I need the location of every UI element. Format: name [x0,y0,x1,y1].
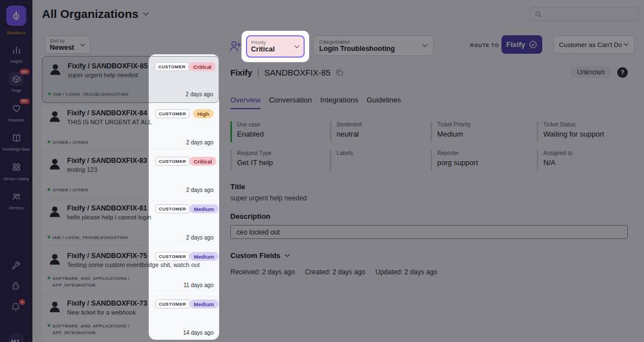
priority-badge: Medium [190,299,219,308]
directory-icon [9,190,23,203]
chevron-down-icon [294,45,300,49]
user-avatar[interactable]: MJ [8,332,25,342]
ticket-card[interactable]: Fixify / SANDBOXFIX-84 THIS IS NOT URGEN… [42,104,219,151]
route-to-label: ROUTE TO [470,43,499,48]
chevron-down-icon [422,44,428,48]
app-screen: Sandbox Insights 99+ Triage 99+ [0,0,644,342]
sidebar-item-insights[interactable]: Insights [0,43,32,64]
ticket-title: Fixify / SANDBOXFIX-81 [67,204,151,212]
category-status-dot [48,140,50,143]
ticket-card[interactable]: Fixify / SANDBOXFIX-81 hello please help… [42,199,219,246]
field-label: Sentiment [337,121,430,128]
detail-ticket-id: SANDBOXFIX-85 [264,68,330,77]
ticket-subtitle: super urgent help needed [68,72,148,78]
assign-person-add-icon[interactable] [228,39,242,53]
priority-dropdown[interactable]: Priority Critical [246,35,305,58]
source-badge: CUSTOMER [155,62,189,71]
sidebar: Sandbox Insights 99+ Triage 99+ [0,0,32,342]
requester-avatar-icon [48,157,62,171]
ticket-title: Fixify / SANDBOXFIX-83 [67,157,147,165]
app-logo[interactable] [6,6,26,26]
field-label: Reporter [437,150,537,156]
detail-field: Sentiment neutral [330,121,430,142]
ticket-category: IAM / LOGIN_TROUBLESHOOTING [48,91,150,98]
help-icon[interactable]: ? [617,67,628,78]
ticket-category: IAM / LOGIN_TROUBLESHOOTING [48,235,151,241]
ticket-category: OTHER / OTHER [48,187,151,194]
sidebar-item-directory[interactable]: Directory [0,190,32,210]
ticket-card[interactable]: Fixify / SANDBOXFIX-73 New ticket for a … [42,294,219,341]
requests-icon: 99+ [9,102,23,115]
ticket-card[interactable]: Fixify / SANDBOXFIX-75 Testing some cust… [42,246,219,293]
sidebar-item-service-catalog[interactable]: Service Catalog [0,161,32,181]
meta-received: Received: 2 days ago [230,268,295,276]
copy-icon[interactable] [335,68,344,77]
ticket-timestamp: 11 days ago [183,282,214,289]
source-badge: CUSTOMER [155,204,190,213]
sort-dropdown[interactable]: Sort by Newest [45,36,91,54]
tab-overview[interactable]: Overview [230,96,261,109]
ticket-card[interactable]: Fixify / SANDBOXFIX-85 super urgent help… [42,56,219,103]
sidebar-item-requests[interactable]: 99+ Requests [0,102,32,123]
priority-badge: Medium [190,252,219,261]
detail-field: Use case Enabled [230,121,330,142]
detail-field: Request Type Get IT help [230,150,330,171]
detail-field: Ticket Priority Medium [430,121,537,142]
title-section: Title super urgent help needed [230,182,628,202]
tab-guidelines[interactable]: Guidelines [367,96,401,109]
detail-field: Labels [330,150,430,171]
categorization-dropdown[interactable]: Categorization Login Troubleshooting [313,35,434,56]
field-label: Ticket Priority [437,121,537,128]
source-badge: CUSTOMER [155,252,190,261]
search-bar[interactable] [529,7,639,21]
field-value: Enabled [237,130,330,138]
detail-tabs: Overview Conversation Integrations Guide… [230,96,628,109]
category-status-dot [48,92,51,95]
field-value: Waiting for support [543,130,628,138]
ticket-title: Fixify / SANDBOXFIX-84 [67,109,151,117]
notifications-bell-icon[interactable]: 4 [11,302,22,313]
tools-icon[interactable] [11,260,22,271]
customer-action-dropdown[interactable]: Customer as Can't Do [553,35,634,54]
field-value: N/A [543,158,628,167]
page-title: All Organizations [42,7,139,21]
org-switcher-chevron-icon [143,12,149,16]
ticket-timestamp: 2 days ago [186,186,214,194]
description-label: Description [230,212,628,221]
source-badge: CUSTOMER [155,109,190,118]
description-field[interactable]: ceo locked out [230,225,628,239]
org-switcher[interactable]: All Organizations [42,7,149,21]
sidebar-nav: Insights 99+ Triage 99+ Requests [0,43,32,211]
tab-conversation[interactable]: Conversation [269,96,312,109]
source-badge: CUSTOMER [155,299,190,308]
insights-icon [9,43,23,57]
bug-report-icon[interactable] [11,281,22,292]
ticket-timestamp: 14 days ago [183,329,214,336]
ticket-card[interactable]: Fixify / SANDBOXFIX-83 testing 123 OTHER… [42,151,219,198]
ticket-timestamp: 2 days ago [186,234,214,241]
sidebar-item-triage[interactable]: 99+ Triage [0,72,32,93]
field-value: porg support [437,158,537,167]
category-status-dot [48,324,50,327]
field-value: neutral [337,130,430,138]
ticket-category: OTHER / OTHER [48,139,151,146]
chevron-down-icon [285,254,290,257]
knowledge-base-icon [9,131,23,144]
fields-grid: Use case Enabled Sentiment neutral Ticke… [230,121,628,171]
requester-avatar-icon [48,109,62,124]
priority-badge: Critical [189,62,216,71]
category-status-dot [48,236,50,238]
route-to-fixify-button[interactable]: Fixify [501,35,542,54]
custom-fields-toggle[interactable]: Custom Fields [230,251,628,260]
source-badge: CUSTOMER [155,157,190,166]
ticket-timestamp: 2 days ago [186,139,214,146]
requester-avatar-icon [48,204,62,219]
ticket-meta: Received: 2 days ago Created: 2 days ago… [230,268,628,276]
title-value: super urgent help needed [230,194,628,202]
priority-badge: Critical [190,157,216,166]
requester-avatar-icon [48,252,62,266]
ticket-subtitle: THIS IS NOT URGENT AT ALL [67,119,151,125]
sidebar-item-knowledge-base[interactable]: Knowledge Base [0,131,32,152]
search-input[interactable] [545,10,634,18]
tab-integrations[interactable]: Integrations [320,96,358,109]
